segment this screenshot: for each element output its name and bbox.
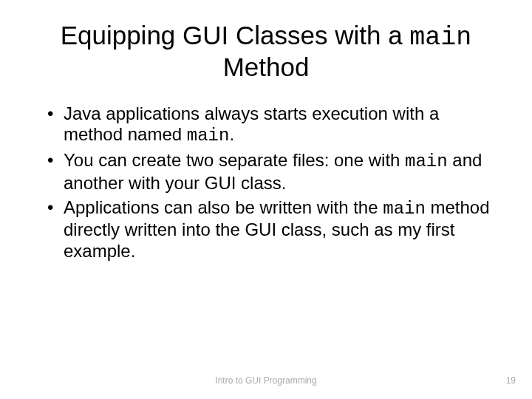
list-item: You can create two separate files: one w…	[44, 150, 495, 194]
bullet-list: Java applications always starts executio…	[37, 103, 495, 263]
slide: Equipping GUI Classes with a main Method…	[0, 0, 532, 399]
list-item: Java applications always starts executio…	[44, 103, 495, 148]
bullet-text-pre: You can create two separate files: one w…	[64, 150, 405, 170]
footer-text: Intro to GUI Programming	[0, 375, 532, 386]
bullet-text-pre: Applications can also be written with th…	[64, 197, 383, 217]
title-text-after: Method	[223, 52, 310, 81]
bullet-text-pre: Java applications always starts executio…	[64, 103, 439, 145]
list-item: Applications can also be written with th…	[44, 197, 495, 262]
slide-title: Equipping GUI Classes with a main Method	[37, 21, 495, 83]
title-code: main	[409, 23, 471, 52]
bullet-text-post: .	[229, 124, 234, 144]
page-number: 19	[506, 375, 516, 386]
bullet-code: main	[405, 151, 448, 171]
title-text-before: Equipping GUI Classes with a	[61, 21, 410, 50]
bullet-code: main	[383, 199, 426, 219]
bullet-code: main	[187, 126, 230, 146]
